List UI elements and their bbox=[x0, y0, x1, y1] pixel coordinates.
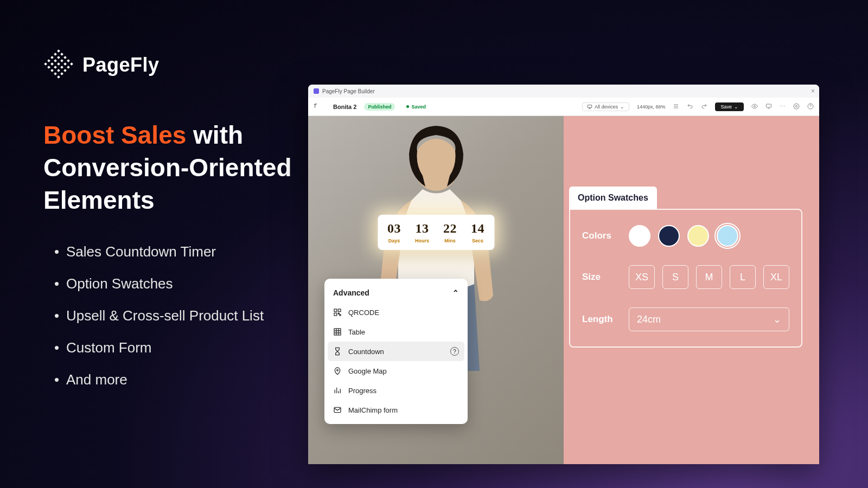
svg-rect-12 bbox=[57, 62, 60, 66]
headline: Boost Sales with Conversion-Oriented Ele… bbox=[43, 119, 315, 216]
svg-rect-15 bbox=[47, 66, 50, 69]
svg-rect-2 bbox=[60, 53, 63, 56]
svg-rect-32 bbox=[338, 309, 341, 312]
swatch-row-colors: Colors bbox=[582, 225, 789, 247]
svg-rect-22 bbox=[54, 72, 57, 75]
feature-item: Upsell & Cross-sell Product List bbox=[54, 307, 315, 324]
viewport-info: 1440px, 66% bbox=[637, 104, 666, 110]
eye-icon[interactable] bbox=[751, 103, 758, 111]
status-saved: Saved bbox=[403, 103, 430, 111]
chevron-up-icon: ⌃ bbox=[452, 288, 459, 297]
device-selector[interactable]: All devices ⌄ bbox=[582, 102, 629, 111]
help-icon[interactable] bbox=[807, 103, 814, 111]
logo-mark-icon bbox=[43, 49, 74, 81]
swatch-color-sky[interactable] bbox=[717, 225, 738, 247]
svg-rect-13 bbox=[63, 62, 67, 66]
element-label: Progress bbox=[348, 387, 376, 395]
countdown-days: 03 Days bbox=[387, 221, 401, 243]
chevron-down-icon: ⌄ bbox=[620, 104, 624, 110]
countdown-timer: 03 Days 13 Hours 22 Mins 14 Secs bbox=[378, 215, 494, 250]
element-label: Google Map bbox=[348, 367, 387, 375]
back-icon[interactable] bbox=[314, 103, 320, 111]
svg-rect-36 bbox=[334, 329, 341, 335]
svg-rect-8 bbox=[60, 59, 63, 62]
advanced-panel-header[interactable]: Advanced ⌃ bbox=[324, 283, 468, 303]
app-icon bbox=[314, 88, 319, 94]
svg-rect-31 bbox=[334, 309, 337, 312]
feature-item: Option Swatches bbox=[54, 275, 315, 292]
canvas-right: Option Swatches Colors Size bbox=[564, 116, 819, 464]
element-progress[interactable]: Progress bbox=[324, 381, 468, 400]
feature-list: Sales Countdown Timer Option Swatches Up… bbox=[43, 243, 315, 388]
countdown-secs-num: 14 bbox=[471, 221, 484, 236]
swatch-length-select[interactable]: 24cm ⌄ bbox=[629, 307, 789, 331]
svg-rect-6 bbox=[47, 59, 50, 62]
swatch-size-xs[interactable]: XS bbox=[629, 265, 655, 289]
svg-rect-7 bbox=[54, 59, 57, 62]
element-mailchimp[interactable]: MailChimp form bbox=[324, 400, 468, 420]
svg-rect-4 bbox=[57, 56, 60, 59]
window-titlebar: PageFly Page Builder × bbox=[308, 85, 819, 98]
brand-name: PageFly bbox=[82, 54, 159, 76]
svg-rect-1 bbox=[54, 53, 57, 56]
status-published: Published bbox=[364, 103, 395, 111]
brand-logo: PageFly bbox=[43, 49, 315, 81]
swatch-row-length: Length 24cm ⌄ bbox=[582, 307, 789, 331]
svg-rect-5 bbox=[63, 56, 67, 59]
page-name: Bonita 2 bbox=[333, 104, 356, 110]
window-title: PageFly Page Builder bbox=[322, 88, 375, 94]
element-label: Table bbox=[348, 328, 365, 336]
countdown-days-label: Days bbox=[387, 238, 401, 243]
swatch-label-length: Length bbox=[582, 314, 617, 325]
swatch-size-s[interactable]: S bbox=[662, 265, 688, 289]
option-swatches-card: Option Swatches Colors Size bbox=[569, 187, 802, 348]
feature-item: And more bbox=[54, 371, 315, 388]
svg-point-28 bbox=[796, 105, 797, 107]
svg-rect-23 bbox=[60, 72, 63, 75]
save-button[interactable]: Save⌄ bbox=[715, 102, 744, 111]
element-qrcode[interactable]: QRCODE bbox=[324, 303, 468, 322]
countdown-secs: 14 Secs bbox=[471, 221, 484, 243]
element-countdown[interactable]: Countdown ? bbox=[328, 342, 464, 361]
svg-rect-17 bbox=[60, 66, 63, 69]
swatch-color-yellow[interactable] bbox=[687, 225, 709, 247]
chevron-down-icon: ⌄ bbox=[773, 313, 781, 325]
desktop-icon[interactable] bbox=[765, 103, 772, 111]
undo-icon[interactable] bbox=[687, 103, 693, 111]
help-icon[interactable]: ? bbox=[450, 347, 459, 356]
svg-rect-10 bbox=[44, 62, 47, 66]
swatch-row-size: Size XS S M L XL bbox=[582, 265, 789, 289]
sliders-icon[interactable] bbox=[673, 103, 679, 111]
qrcode-icon bbox=[333, 308, 342, 317]
canvas-left: 03 Days 13 Hours 22 Mins 14 Secs bbox=[308, 116, 564, 464]
element-table[interactable]: Table bbox=[324, 322, 468, 342]
swatch-label-colors: Colors bbox=[582, 230, 617, 241]
table-icon bbox=[333, 328, 342, 336]
swatch-color-navy[interactable] bbox=[658, 225, 680, 247]
window-close-icon[interactable]: × bbox=[811, 87, 815, 95]
swatch-size-xl[interactable]: XL bbox=[763, 265, 789, 289]
element-label: QRCODE bbox=[348, 309, 379, 317]
more-icon[interactable]: ⋯ bbox=[780, 103, 786, 110]
svg-rect-16 bbox=[54, 66, 57, 69]
svg-rect-19 bbox=[50, 69, 54, 72]
countdown-mins-label: Mins bbox=[443, 238, 457, 243]
swatch-size-l[interactable]: L bbox=[730, 265, 756, 289]
element-googlemap[interactable]: Google Map bbox=[324, 361, 468, 381]
svg-rect-18 bbox=[67, 66, 70, 69]
swatch-label-size: Size bbox=[582, 272, 617, 282]
redo-icon[interactable] bbox=[701, 103, 707, 111]
advanced-panel-title: Advanced bbox=[333, 288, 369, 297]
settings-icon[interactable] bbox=[793, 103, 800, 111]
swatch-color-white[interactable] bbox=[629, 225, 650, 247]
element-label: Countdown bbox=[348, 348, 384, 356]
builder-window: PageFly Page Builder × Bonita 2 Publishe… bbox=[308, 85, 819, 464]
svg-rect-25 bbox=[588, 105, 592, 107]
swatch-size-m[interactable]: M bbox=[696, 265, 722, 289]
svg-point-30 bbox=[413, 139, 459, 191]
swatches-tab[interactable]: Option Swatches bbox=[569, 187, 657, 209]
svg-rect-0 bbox=[57, 49, 60, 53]
chevron-down-icon: ⌄ bbox=[734, 104, 738, 110]
svg-rect-14 bbox=[70, 62, 73, 66]
countdown-hours-num: 13 bbox=[415, 221, 429, 236]
